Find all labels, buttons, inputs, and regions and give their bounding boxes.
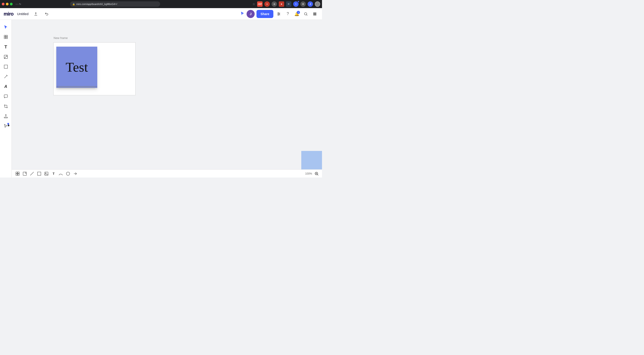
svg-line-17	[4, 56, 6, 58]
lock-icon: 🔒	[72, 3, 75, 6]
svg-rect-14	[6, 37, 8, 39]
board-title[interactable]: Untitled	[17, 12, 28, 16]
svg-rect-10	[314, 15, 316, 15]
refresh-icon[interactable]: ↻	[19, 3, 21, 6]
canvas-area[interactable]: T A	[0, 20, 322, 178]
bottom-tool-image[interactable]	[43, 170, 50, 177]
share-button[interactable]: Share	[256, 10, 273, 18]
url-text: miro.com/app/board/o9J_kgMbnG4=/	[76, 3, 117, 6]
svg-rect-28	[16, 172, 18, 174]
svg-rect-30	[16, 174, 18, 175]
tool-text[interactable]: T	[1, 42, 10, 51]
undo-icon	[44, 12, 49, 16]
miro-logo[interactable]: miro	[4, 11, 14, 17]
ext-icon-3: ✉	[286, 1, 292, 7]
bottom-tool-shape[interactable]	[36, 170, 42, 177]
topbar: miro Untitled J Share ?	[0, 8, 322, 20]
tool-frames[interactable]	[1, 32, 10, 42]
crop-icon	[4, 104, 8, 108]
svg-rect-35	[45, 172, 48, 175]
zoom-in[interactable]	[314, 171, 319, 176]
sticky-note[interactable]: Test	[56, 47, 97, 88]
zoom-level: 100%	[305, 172, 312, 175]
bottom-image-icon	[44, 172, 49, 176]
cursor-collab	[240, 11, 245, 17]
tool-smart-draw[interactable]: A	[1, 82, 10, 91]
svg-rect-29	[18, 172, 19, 174]
address-bar[interactable]: 🔒 miro.com/app/board/o9J_kgMbnG4=/	[70, 1, 160, 7]
bottom-tool-line[interactable]	[29, 170, 35, 177]
forward-icon[interactable]: ›	[18, 3, 18, 6]
svg-rect-9	[314, 14, 316, 14]
tool-crop[interactable]	[1, 102, 10, 111]
star-icon[interactable]: ☆	[252, 2, 255, 6]
tool-upload[interactable]	[1, 112, 10, 121]
undo-button[interactable]	[43, 10, 50, 18]
upload-button[interactable]	[32, 10, 40, 18]
upload-icon	[34, 12, 38, 16]
svg-rect-8	[314, 12, 316, 13]
bottom-tool-sticky[interactable]	[22, 170, 28, 177]
tool-sticky[interactable]	[1, 52, 10, 61]
tool-comments[interactable]	[1, 92, 10, 101]
text-icon: T	[4, 44, 7, 50]
topbar-right: J Share ? 🔔 1	[240, 10, 318, 18]
search-button[interactable]	[302, 10, 310, 18]
svg-point-6	[304, 12, 307, 15]
mini-sticky-note[interactable]	[301, 151, 322, 170]
mini-sticky-container[interactable]	[301, 151, 322, 170]
upload-tool-icon	[4, 114, 8, 118]
select-icon	[4, 25, 8, 29]
canvas-content[interactable]: New frame Test	[12, 20, 322, 170]
puzzle-icon[interactable]: ⚙	[300, 1, 306, 7]
tool-pen[interactable]	[1, 72, 10, 81]
svg-point-3	[278, 12, 278, 13]
bottom-shape-icon	[37, 172, 42, 176]
notifications-button[interactable]: 🔔 1	[293, 10, 300, 18]
bottom-sticky-icon	[22, 172, 27, 176]
bottom-circle-icon	[66, 172, 70, 176]
cursor-icon	[240, 11, 245, 16]
frame[interactable]: New frame Test	[53, 42, 136, 95]
comments-icon	[4, 94, 8, 99]
help-icon: ?	[287, 12, 289, 16]
bottom-tool-circle[interactable]	[65, 170, 71, 177]
bottom-tool-frame[interactable]	[14, 170, 21, 177]
bottom-toolbar: T 100%	[12, 170, 322, 178]
menu-button[interactable]	[311, 10, 318, 18]
left-toolbar: T A	[0, 20, 12, 178]
ext-icon-1: ●	[264, 1, 270, 7]
tool-apps[interactable]: ●	[1, 122, 10, 131]
bottom-tool-text[interactable]: T	[50, 170, 57, 177]
svg-point-4	[279, 14, 280, 14]
sticky-shadow	[56, 86, 97, 90]
svg-rect-27	[4, 117, 8, 118]
svg-point-37	[66, 172, 70, 175]
sliders-icon	[277, 12, 281, 16]
svg-line-33	[30, 172, 34, 175]
user-avatar[interactable]: J	[246, 10, 255, 18]
frame-label: New frame	[54, 36, 68, 40]
svg-rect-11	[4, 35, 6, 37]
browser-actions: ☆ ABP ● ⚙ ■ ✉ 5 ⚙ J	[252, 1, 320, 7]
menu-icon	[313, 12, 317, 16]
settings-icon[interactable]: ⚙	[272, 1, 277, 7]
bottom-draw-icon	[58, 172, 63, 176]
notification-badge: 1	[297, 11, 300, 14]
back-icon[interactable]: ‹	[16, 3, 17, 6]
tool-select[interactable]	[1, 22, 10, 32]
frames-icon	[4, 35, 8, 39]
user-dot	[315, 1, 320, 7]
svg-rect-21	[4, 95, 8, 98]
settings-button[interactable]	[275, 10, 282, 18]
bottom-tool-arrow[interactable]	[72, 170, 78, 177]
svg-line-7	[306, 15, 307, 15]
help-button[interactable]: ?	[284, 10, 292, 18]
bottom-tool-draw[interactable]	[58, 170, 64, 177]
svg-rect-34	[38, 172, 41, 175]
svg-line-19	[4, 76, 7, 78]
svg-rect-31	[18, 174, 19, 175]
tool-shapes[interactable]	[1, 62, 10, 71]
profile-icon[interactable]: 5	[293, 1, 298, 7]
abp-icon: ABP	[257, 1, 262, 7]
